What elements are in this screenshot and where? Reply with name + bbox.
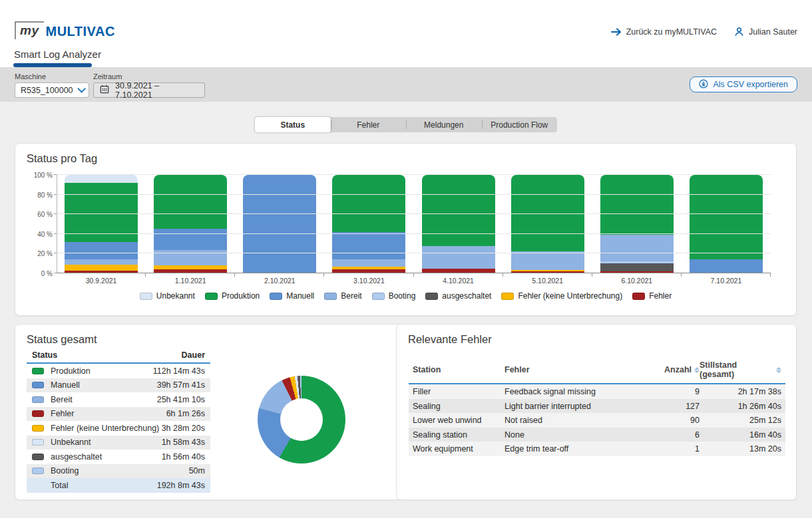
tab-smart-log-analyzer[interactable]: Smart Log Analyzer xyxy=(14,49,101,60)
error-stillstand: 13m 20s xyxy=(700,444,781,454)
error-stillstand: 1h 26m 40s xyxy=(700,402,781,411)
status-row-booting[interactable]: Booting50m xyxy=(27,464,210,479)
back-link-label: Zurück zu myMULTIVAC xyxy=(626,27,717,37)
legend-item-manuell[interactable]: Manuell xyxy=(270,291,314,301)
legend-label: Produktion xyxy=(222,291,260,301)
error-anzahl: 9 xyxy=(641,387,700,396)
relevant-errors-rows: FillerFeedback signal missing92h 17m 38s… xyxy=(409,384,785,456)
sort-icon[interactable] xyxy=(694,367,700,373)
status-chip xyxy=(32,410,44,417)
relevant-errors-title: Relevante Fehler xyxy=(397,325,796,346)
segment-produktion xyxy=(690,175,763,259)
stacked-bar-4.10.2021[interactable] xyxy=(422,175,495,273)
status-chip xyxy=(32,454,44,460)
date-range-picker[interactable]: 30.9.2021 – 7.10.2021 xyxy=(93,82,205,98)
legend-item-unbekannt[interactable]: Unbekannt xyxy=(140,291,195,301)
legend-item-fehler[interactable]: Fehler xyxy=(632,291,672,301)
segment-bereit xyxy=(422,246,495,269)
segment-produktion xyxy=(332,175,405,232)
sort-icon[interactable] xyxy=(776,367,781,373)
status-row-fehler_ku[interactable]: Fehler (keine Unterbrechung)3h 28m 20s xyxy=(27,421,210,436)
legend-item-bereit[interactable]: Bereit xyxy=(324,291,361,301)
tab-fehler[interactable]: Fehler xyxy=(331,117,407,132)
legend-label: Booting xyxy=(389,291,416,301)
back-to-mymultivac-link[interactable]: Zurück zu myMULTIVAC xyxy=(611,27,717,37)
legend-chip xyxy=(501,293,514,300)
status-row-unbekannt[interactable]: Unbekannt1h 58m 43s xyxy=(27,436,210,450)
legend-label: Bereit xyxy=(341,291,361,301)
export-csv-button[interactable]: Als CSV exportieren xyxy=(690,76,797,92)
error-row[interactable]: Work equipmentEdge trim tear-off113m 20s xyxy=(409,442,785,456)
segment-ausgeschaltet xyxy=(600,263,674,271)
status-chip xyxy=(32,467,44,474)
user-menu[interactable]: Julian Sauter xyxy=(734,27,797,37)
segment-fehler_ku xyxy=(65,265,138,271)
legend-item-ausgeschaltet[interactable]: ausgeschaltet xyxy=(425,291,491,301)
status-chip xyxy=(32,425,44,432)
error-row[interactable]: SealingLight barrier interrupted1271h 26… xyxy=(409,399,785,414)
page: my MULTIVAC Smart Log Analyzer Zurück zu… xyxy=(0,0,812,532)
x-axis-label: 2.10.2021 xyxy=(235,277,324,285)
status-total-card: Status gesamt Status Dauer Produktion112… xyxy=(15,324,402,500)
filter-bar: Maschine R535_100000 Zeitraum 30.9.2021 … xyxy=(0,67,812,102)
y-tick-label: 60 % xyxy=(37,211,53,218)
x-axis-label: 4.10.2021 xyxy=(414,277,503,285)
tab-meldungen[interactable]: Meldungen xyxy=(406,117,482,132)
mymultivac-logo[interactable]: my MULTIVAC xyxy=(15,21,115,39)
station-column-header[interactable]: Station xyxy=(413,365,505,374)
segment-manuell xyxy=(154,229,227,249)
bar-slot xyxy=(414,175,503,273)
tab-production-flow[interactable]: Production Flow xyxy=(482,117,558,132)
x-axis-labels: 30.9.20211.10.20212.10.20213.10.20214.10… xyxy=(57,277,771,285)
status-row-ausgeschaltet[interactable]: ausgeschaltet1h 56m 40s xyxy=(27,450,210,464)
status-total-title: Status gesamt xyxy=(15,325,401,346)
status-row-fehler[interactable]: Fehler6h 1m 26s xyxy=(27,407,210,422)
stacked-bar-7.10.2021[interactable] xyxy=(690,175,763,273)
y-tick xyxy=(54,194,57,195)
machine-select[interactable]: R535_100000 xyxy=(15,82,89,98)
legend-chip xyxy=(140,293,152,300)
top-links: Zurück zu myMULTIVAC Julian Sauter xyxy=(611,27,797,37)
legend-item-produktion[interactable]: Produktion xyxy=(205,291,260,301)
error-fehler: Light barrier interrupted xyxy=(505,402,641,411)
y-tick xyxy=(54,233,57,234)
stacked-bar-3.10.2021[interactable] xyxy=(332,175,405,273)
gridline xyxy=(57,233,771,234)
status-label: Manuell xyxy=(51,380,80,390)
fehler-column-header[interactable]: Fehler xyxy=(505,365,641,374)
status-row-manuell[interactable]: Manuell39h 57m 41s xyxy=(27,378,210,393)
stacked-bar-2.10.2021[interactable] xyxy=(243,175,316,273)
stillstand-column-header[interactable]: Stillstand (gesamt) xyxy=(700,360,781,379)
bars-area xyxy=(57,175,771,273)
status-dauer: 39h 57m 41s xyxy=(157,380,205,390)
tab-status[interactable]: Status xyxy=(255,117,331,132)
machine-label: Maschine xyxy=(15,72,89,80)
stacked-bar-6.10.2021[interactable] xyxy=(600,175,674,273)
error-row[interactable]: Sealing stationNone616m 40s xyxy=(409,428,785,442)
error-row[interactable]: Lower web unwindNot raised9025m 12s xyxy=(409,413,785,428)
stacked-bar-5.10.2021[interactable] xyxy=(511,175,584,273)
error-stillstand: 2h 17m 38s xyxy=(700,387,781,396)
status-dauer: 25h 41m 10s xyxy=(157,395,205,404)
stacked-bar-30.9.2021[interactable] xyxy=(65,175,138,273)
error-row[interactable]: FillerFeedback signal missing92h 17m 38s xyxy=(409,384,785,399)
period-label: Zeitraum xyxy=(93,72,205,80)
relevant-errors-table: Station Fehler Anzahl Stillstand (gesamt… xyxy=(409,358,785,456)
legend-item-fehler_ku[interactable]: Fehler (keine Unterbrechung) xyxy=(501,291,622,301)
status-total-rows: Produktion112h 14m 43sManuell39h 57m 41s… xyxy=(27,364,210,493)
error-fehler: Not raised xyxy=(505,416,641,425)
legend-label: ausgeschaltet xyxy=(442,291,491,301)
y-tick-label: 0 % xyxy=(41,270,53,277)
bar-slot xyxy=(57,175,146,273)
stacked-bar-1.10.2021[interactable] xyxy=(154,175,227,273)
anzahl-column-header[interactable]: Anzahl xyxy=(641,365,700,374)
total-dauer: 192h 8m 43s xyxy=(157,481,205,490)
status-dauer: 6h 1m 26s xyxy=(166,409,205,418)
segment-produktion xyxy=(154,175,227,229)
status-row-produktion[interactable]: Produktion112h 14m 43s xyxy=(27,364,210,378)
legend-item-booting[interactable]: Booting xyxy=(372,291,416,301)
status-dauer: 3h 28m 20s xyxy=(162,424,205,433)
status-row-bereit[interactable]: Bereit25h 41m 10s xyxy=(27,392,210,407)
y-tick-label: 40 % xyxy=(37,230,53,237)
y-tick xyxy=(54,253,57,253)
